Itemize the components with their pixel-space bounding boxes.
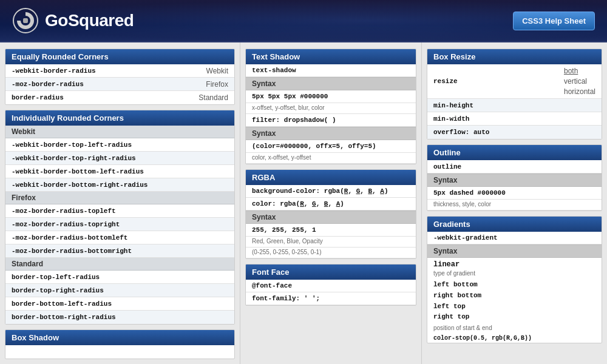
individually-rounded-header: Individually Rounded Corners — [5, 110, 234, 126]
text-shadow-syntax2-label: Syntax — [246, 127, 416, 140]
left-column: Equally Rounded Corners -webkit-border-r… — [0, 42, 240, 364]
table-row: -moz-border-radius-bottomleft — [5, 231, 234, 244]
resize-label: resize — [433, 78, 564, 85]
text-shadow-syntax2-sub: color, x-offset, y-offset — [246, 153, 416, 164]
list-item: border-top-right-radius — [12, 287, 104, 294]
list-item: -moz-border-radius-bottomright — [12, 248, 132, 255]
header: GoSquared CSS3 Help Sheet — [0, 0, 607, 42]
resize-values: both vertical horizontal — [564, 66, 595, 96]
table-row: -webkit-border-radius Webkit — [5, 64, 234, 78]
list-item: -moz-border-radius-bottomleft — [12, 234, 127, 241]
table-row: border-radius Standard — [5, 91, 234, 104]
text-shadow-syntax2-value: (color=#000000, offx=5, offy=5) — [246, 140, 416, 153]
webkit-border-radius-label: -webkit-border-radius — [12, 67, 206, 75]
standard-subheader: Standard — [5, 258, 234, 271]
table-row: -moz-border-radius-bottomright — [5, 244, 234, 258]
min-height-row: min-height — [427, 99, 602, 112]
text-shadow-filter: filter: dropshadow( ) — [246, 114, 416, 127]
box-shadow-section: Box Shadow — [5, 329, 235, 359]
text-shadow-body: text-shadow Syntax 5px 5px 5px #000000 x… — [246, 64, 416, 164]
individually-rounded-body: Webkit -webkit-border-top-left-radius -w… — [5, 126, 234, 324]
table-row: border-bottom-left-radius — [5, 297, 234, 311]
box-shadow-body — [5, 345, 234, 359]
resize-vertical: vertical — [564, 76, 595, 87]
text-shadow-header: Text Shadow — [246, 49, 416, 64]
css3-help-button[interactable]: CSS3 Help Sheet — [513, 12, 595, 30]
logo-area: GoSquared — [12, 7, 134, 34]
webkit-border-radius-value: Webkit — [206, 67, 228, 75]
box-resize-body: resize both vertical horizontal min-heig… — [427, 64, 602, 139]
gradients-header: Gradients — [427, 217, 602, 232]
outline-property: outline — [427, 160, 602, 174]
text-shadow-syntax-sub: x-offset, y-offset, blur, color — [246, 103, 416, 114]
outline-syntax-sub: thickness, style, color — [427, 200, 602, 211]
rgba-syntax-label: Syntax — [246, 211, 416, 224]
list-item: border-top-left-radius — [12, 274, 100, 281]
min-width-row: min-width — [427, 112, 602, 126]
box-resize-section: Box Resize resize both vertical horizont… — [427, 49, 602, 140]
outline-section: Outline outline Syntax 5px dashed #00000… — [427, 144, 602, 211]
rgba-color: color: rgba(R, G, B, A) — [246, 198, 416, 211]
rgba-header: RGBA — [246, 170, 416, 185]
rgba-syntax-value: 255, 255, 255, 1 — [246, 224, 416, 237]
table-row: border-top-left-radius — [5, 271, 234, 284]
font-face-header: Font Face — [246, 265, 416, 280]
moz-border-radius-value: Firefox — [206, 80, 228, 89]
list-item: border-bottom-left-radius — [12, 300, 112, 308]
equally-rounded-header: Equally Rounded Corners — [5, 49, 234, 64]
rgba-bg-color: background-color: rgba(R, G, B, A) — [246, 185, 416, 198]
outline-syntax-label: Syntax — [427, 174, 602, 187]
table-row: border-bottom-right-radius — [5, 311, 234, 324]
equally-rounded-body: -webkit-border-radius Webkit -moz-border… — [5, 64, 234, 104]
list-item: -webkit-border-bottom-left-radius — [12, 168, 144, 175]
min-height-label: min-height — [433, 102, 473, 109]
font-face-at-rule: @font-face — [246, 280, 416, 292]
rgba-section: RGBA background-color: rgba(R, G, B, A) … — [245, 169, 416, 259]
outline-header: Outline — [427, 145, 602, 160]
logo-text: GoSquared — [45, 11, 134, 30]
rgba-syntax-sub2: (0-255, 0-255, 0-255, 0-1) — [246, 248, 416, 258]
table-row: -moz-border-radius-topright — [5, 218, 234, 231]
text-shadow-section: Text Shadow text-shadow Syntax 5px 5px 5… — [245, 49, 416, 164]
list-item: -moz-border-radius-topright — [12, 221, 120, 228]
resize-horizontal: horizontal — [564, 87, 595, 97]
gosquared-logo-icon — [12, 7, 39, 34]
gradient-positions: left bottomright bottomleft topright top — [427, 278, 602, 323]
list-item: border-bottom-right-radius — [12, 314, 116, 321]
gradients-section: Gradients -webkit-gradient Syntax linear… — [427, 216, 602, 343]
font-face-body: @font-face font-family: ' '; — [246, 280, 416, 305]
table-row: -webkit-border-bottom-left-radius — [5, 165, 234, 178]
equally-rounded-section: Equally Rounded Corners -webkit-border-r… — [5, 49, 235, 105]
text-shadow-syntax-value: 5px 5px 5px #000000 — [246, 90, 416, 103]
list-item: -webkit-border-top-left-radius — [12, 141, 132, 149]
table-row — [5, 345, 234, 359]
table-row: -moz-border-radius-topleft — [5, 204, 234, 218]
rgba-syntax-sub1: Red, Green, Blue, Opacity — [246, 237, 416, 248]
individually-rounded-section: Individually Rounded Corners Webkit -web… — [5, 110, 235, 325]
resize-row: resize both vertical horizontal — [427, 64, 602, 99]
list-item: -webkit-border-bottom-right-radius — [12, 181, 148, 189]
border-radius-value: Standard — [198, 93, 228, 102]
box-resize-header: Box Resize — [427, 49, 602, 64]
font-face-section: Font Face @font-face font-family: ' '; — [245, 264, 416, 306]
webkit-subheader: Webkit — [5, 126, 234, 138]
gradient-linear-value: linear — [427, 258, 602, 270]
table-row: -webkit-border-bottom-right-radius — [5, 178, 234, 192]
table-row: -webkit-border-top-left-radius — [5, 138, 234, 152]
main-content: Equally Rounded Corners -webkit-border-r… — [0, 42, 607, 364]
overflow-row: overflow: auto — [427, 126, 602, 139]
resize-both: both — [564, 66, 595, 76]
gradient-type-label: type of gradient — [427, 270, 602, 278]
box-shadow-header: Box Shadow — [5, 330, 234, 345]
table-row: -moz-border-radius Firefox — [5, 78, 234, 91]
font-face-property: font-family: ' '; — [246, 292, 416, 305]
gradients-syntax-label: Syntax — [427, 244, 602, 258]
gradient-positions-label: position of start & end — [427, 324, 602, 334]
table-row: -webkit-border-top-right-radius — [5, 152, 234, 165]
border-radius-label: border-radius — [12, 94, 198, 101]
moz-border-radius-label: -moz-border-radius — [12, 81, 206, 88]
right-column: Box Resize resize both vertical horizont… — [422, 42, 607, 364]
list-item: -moz-border-radius-topleft — [12, 207, 116, 215]
firefox-subheader: Firefox — [5, 192, 234, 204]
overflow-label: overflow: auto — [433, 129, 489, 136]
